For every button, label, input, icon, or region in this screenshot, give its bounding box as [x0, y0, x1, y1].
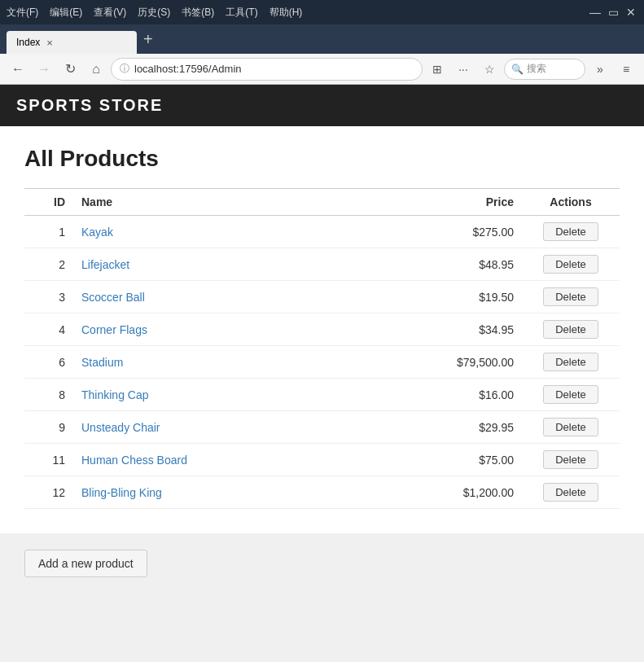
menu-help[interactable]: 帮助(H): [269, 6, 303, 20]
address-bar[interactable]: ⓘ localhost:17596/Admin: [111, 58, 423, 81]
menu-tools[interactable]: 工具(T): [226, 6, 257, 20]
home-button[interactable]: ⌂: [85, 58, 107, 81]
cell-price: $275.00: [392, 216, 522, 248]
column-header-id: ID: [24, 189, 73, 216]
cell-actions: Delete: [522, 216, 620, 248]
cell-name: Human Chess Board: [73, 444, 392, 476]
cell-price: $19.50: [392, 281, 522, 313]
titlebar-left: 文件(F) 编辑(E) 查看(V) 历史(S) 书签(B) 工具(T) 帮助(H…: [7, 6, 302, 20]
page-content: SPORTS STORE All Products ID Name Price …: [0, 85, 644, 662]
search-icon: 🔍: [511, 64, 524, 75]
back-button[interactable]: ←: [7, 58, 29, 81]
menu-edit[interactable]: 编辑(E): [50, 6, 82, 20]
reload-button[interactable]: ↻: [59, 58, 81, 81]
table-row: 2Lifejacket$48.95Delete: [24, 248, 620, 281]
delete-button[interactable]: Delete: [543, 385, 598, 404]
cell-actions: Delete: [522, 444, 620, 476]
table-row: 1Kayak$275.00Delete: [24, 216, 620, 248]
cell-actions: Delete: [522, 476, 620, 509]
cell-name: Scoccer Ball: [73, 281, 392, 313]
delete-button[interactable]: Delete: [543, 320, 598, 339]
product-link[interactable]: Stadium: [81, 356, 123, 369]
table-row: 11Human Chess Board$75.00Delete: [24, 444, 620, 476]
cell-price: $79,500.00: [392, 346, 522, 379]
cell-actions: Delete: [522, 411, 620, 444]
add-product-button[interactable]: Add a new product: [24, 550, 147, 577]
grid-button[interactable]: ⊞: [426, 58, 449, 81]
menu-view[interactable]: 查看(V): [94, 6, 126, 20]
table-row: 3Scoccer Ball$19.50Delete: [24, 281, 620, 313]
tab-close-button[interactable]: ×: [46, 37, 53, 49]
products-table: ID Name Price Actions 1Kayak$275.00Delet…: [24, 188, 620, 509]
column-header-name: Name: [73, 189, 392, 216]
menu-file[interactable]: 文件(F): [7, 6, 38, 20]
tab-index[interactable]: Index ×: [7, 31, 137, 54]
extensions-button[interactable]: »: [589, 58, 611, 81]
cell-name: Corner Flags: [73, 313, 392, 346]
forward-button[interactable]: →: [33, 58, 55, 81]
cell-id: 11: [24, 444, 73, 476]
delete-button[interactable]: Delete: [543, 353, 598, 371]
minimize-button[interactable]: —: [589, 6, 602, 19]
delete-button[interactable]: Delete: [543, 418, 598, 436]
cell-id: 3: [24, 281, 73, 313]
table-row: 9Unsteady Chair$29.95Delete: [24, 411, 620, 444]
cell-price: $34.95: [392, 313, 522, 346]
delete-button[interactable]: Delete: [543, 483, 598, 502]
product-link[interactable]: Corner Flags: [81, 323, 147, 336]
cell-actions: Delete: [522, 281, 620, 313]
browser-tabs: Index × +: [0, 24, 644, 54]
cell-name: Stadium: [73, 346, 392, 379]
titlebar-menu: 文件(F) 编辑(E) 查看(V) 历史(S) 书签(B) 工具(T) 帮助(H…: [7, 6, 302, 20]
titlebar-controls: — ▭ ✕: [589, 6, 637, 19]
cell-price: $48.95: [392, 248, 522, 281]
delete-button[interactable]: Delete: [543, 450, 598, 469]
product-link[interactable]: Human Chess Board: [81, 454, 187, 467]
cell-id: 4: [24, 313, 73, 346]
address-text: localhost:17596/Admin: [134, 63, 414, 75]
star-button[interactable]: ☆: [478, 58, 501, 81]
table-row: 4Corner Flags$34.95Delete: [24, 313, 620, 346]
product-link[interactable]: Bling-Bling King: [81, 486, 162, 499]
table-row: 8Thinking Cap$16.00Delete: [24, 379, 620, 411]
site-header: SPORTS STORE: [0, 85, 644, 126]
cell-actions: Delete: [522, 313, 620, 346]
menu-history[interactable]: 历史(S): [138, 6, 170, 20]
cell-id: 8: [24, 379, 73, 411]
cell-id: 1: [24, 216, 73, 248]
delete-button[interactable]: Delete: [543, 287, 598, 306]
add-product-section: Add a new product: [0, 533, 644, 594]
tab-label: Index: [16, 37, 40, 48]
toolbar-actions: ⊞ ··· ☆: [426, 58, 501, 81]
new-tab-button[interactable]: +: [137, 30, 160, 49]
table-row: 6Stadium$79,500.00Delete: [24, 346, 620, 379]
cell-price: $1,200.00: [392, 476, 522, 509]
product-link[interactable]: Kayak: [81, 226, 113, 239]
product-link[interactable]: Unsteady Chair: [81, 421, 160, 434]
search-bar[interactable]: 🔍 搜索: [504, 59, 585, 80]
table-header-row: ID Name Price Actions: [24, 189, 620, 216]
titlebar: 文件(F) 编辑(E) 查看(V) 历史(S) 书签(B) 工具(T) 帮助(H…: [0, 0, 644, 24]
more-button[interactable]: ···: [452, 58, 475, 81]
cell-id: 12: [24, 476, 73, 509]
cell-price: $16.00: [392, 379, 522, 411]
menu-button[interactable]: ≡: [615, 58, 637, 81]
product-link[interactable]: Scoccer Ball: [81, 291, 145, 304]
delete-button[interactable]: Delete: [543, 255, 598, 274]
maximize-button[interactable]: ▭: [607, 6, 620, 19]
column-header-actions: Actions: [522, 189, 620, 216]
site-title: SPORTS STORE: [16, 96, 163, 114]
menu-bookmarks[interactable]: 书签(B): [182, 6, 214, 20]
close-button[interactable]: ✕: [624, 6, 637, 19]
cell-actions: Delete: [522, 248, 620, 281]
cell-name: Lifejacket: [73, 248, 392, 281]
delete-button[interactable]: Delete: [543, 222, 598, 241]
cell-name: Thinking Cap: [73, 379, 392, 411]
product-link[interactable]: Lifejacket: [81, 258, 129, 271]
browser-toolbar: ← → ↻ ⌂ ⓘ localhost:17596/Admin ⊞ ··· ☆ …: [0, 54, 644, 85]
cell-price: $75.00: [392, 444, 522, 476]
product-link[interactable]: Thinking Cap: [81, 388, 149, 401]
cell-actions: Delete: [522, 346, 620, 379]
cell-price: $29.95: [392, 411, 522, 444]
cell-id: 9: [24, 411, 73, 444]
